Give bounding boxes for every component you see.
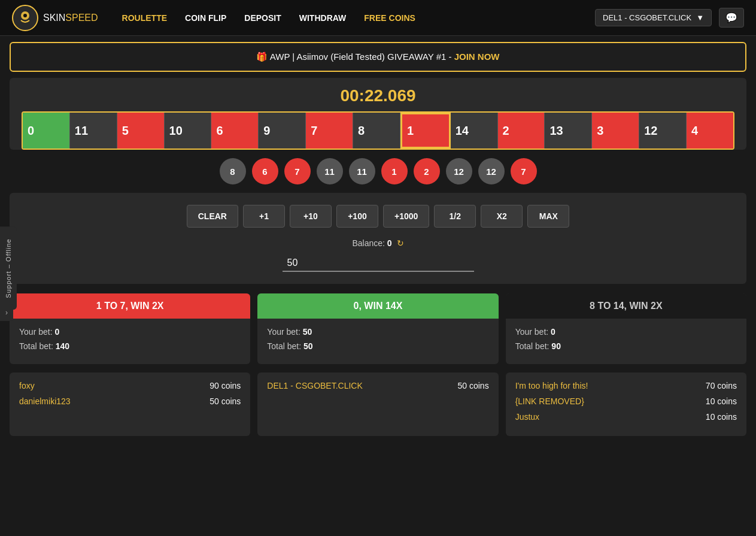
bet-button-plus100[interactable]: +100 (336, 205, 378, 228)
roulette-cell: 5 (117, 113, 165, 149)
nav-withdraw[interactable]: WITHDRAW (299, 13, 347, 23)
total-bet-row: Total bet: 50 (267, 341, 488, 351)
bet-section: CLEAR+1+10+100+10001/2X2MAX Balance: 0 ↻ (10, 193, 746, 284)
your-bet-value: 0 (551, 327, 555, 337)
server-label: DEL1 - CSGOBET.CLICK (603, 13, 691, 22)
your-bet-row: Your bet: 50 (267, 327, 488, 337)
player-coins: 10 coins (706, 396, 737, 406)
your-bet-value: 50 (303, 327, 312, 337)
bet-panel-red: 1 TO 7, WIN 2X Your bet: 0 Total bet: 14… (10, 293, 250, 364)
server-select[interactable]: DEL1 - CSGOBET.CLICK ▼ (595, 9, 712, 26)
bet-panels: 1 TO 7, WIN 2X Your bet: 0 Total bet: 14… (10, 293, 746, 364)
player-name[interactable]: DEL1 - CSGOBET.CLICK (267, 381, 363, 390)
bet-panel-header-dark[interactable]: 8 TO 14, WIN 2X (506, 293, 746, 319)
bet-button-plus1[interactable]: +1 (243, 205, 285, 228)
main-content: 🎁 AWP | Asiimov (Field Tested) GIVEAWAY … (0, 36, 756, 442)
history-ball: 8 (220, 158, 246, 184)
player-name[interactable]: danielmiki123 (19, 396, 71, 406)
balance-value: 0 (387, 238, 392, 248)
history-ball: 12 (446, 158, 472, 184)
bet-panel-green: 0, WIN 14X Your bet: 50 Total bet: 50 (257, 293, 498, 364)
players-panel-dark: I'm too high for this!70 coins{LINK REMO… (506, 373, 746, 436)
nav-freecoins[interactable]: FREE COINS (364, 13, 415, 23)
chat-button[interactable]: 💬 (719, 8, 744, 28)
player-coins: 50 coins (458, 381, 489, 390)
support-arrow[interactable]: › (0, 304, 13, 321)
total-bet-row: Total bet: 90 (515, 341, 737, 351)
refresh-icon[interactable]: ↻ (397, 238, 404, 248)
giveaway-text: 🎁 AWP | Asiimov (Field Tested) GIVEAWAY … (256, 52, 454, 62)
player-row: danielmiki12350 coins (19, 396, 241, 406)
bet-buttons: CLEAR+1+10+100+10001/2X2MAX (28, 205, 728, 228)
total-bet-value: 90 (551, 341, 561, 351)
player-coins: 10 coins (706, 412, 737, 422)
player-name[interactable]: foxy (19, 381, 35, 390)
nav-roulette[interactable]: ROULETTE (122, 13, 167, 23)
balance-row: Balance: 0 ↻ (28, 238, 728, 248)
bet-panel-header-green[interactable]: 0, WIN 14X (257, 293, 498, 319)
timer-section: 00:22.069 01151069781142133124 (10, 78, 746, 150)
bet-button-plus1000[interactable]: +1000 (383, 205, 429, 228)
player-coins: 90 coins (210, 381, 241, 390)
history-ball: 7 (511, 158, 537, 184)
roulette-strip: 01151069781142133124 (22, 111, 734, 150)
roulette-cell: 10 (165, 113, 212, 149)
history-ball: 7 (284, 158, 311, 184)
history-ball: 12 (478, 158, 505, 184)
timer-display: 00:22.069 (22, 86, 734, 105)
history-balls: 86711111212127 (10, 150, 746, 193)
bet-button-plus10[interactable]: +10 (290, 205, 332, 228)
chat-icon: 💬 (725, 13, 737, 23)
bet-input[interactable] (283, 255, 474, 272)
players-panel-red: foxy90 coinsdanielmiki12350 coins (10, 373, 250, 436)
roulette-cell: 1 (400, 113, 451, 149)
nav-right: DEL1 - CSGOBET.CLICK ▼ 💬 (595, 8, 744, 28)
bet-button-clear[interactable]: CLEAR (187, 205, 238, 228)
total-bet-value: 140 (56, 341, 69, 351)
roulette-cell: 13 (545, 113, 592, 149)
player-row: foxy90 coins (19, 381, 241, 390)
nav-deposit[interactable]: DEPOSIT (244, 13, 281, 23)
bet-button-max[interactable]: MAX (527, 205, 569, 228)
support-label: Support – Offline (5, 238, 12, 298)
giveaway-banner[interactable]: 🎁 AWP | Asiimov (Field Tested) GIVEAWAY … (10, 42, 746, 72)
player-row: I'm too high for this!70 coins (515, 381, 737, 390)
player-coins: 70 coins (706, 381, 737, 390)
bet-button-double[interactable]: X2 (481, 205, 523, 228)
bet-input-row (28, 255, 728, 272)
total-bet-row: Total bet: 140 (19, 341, 241, 351)
support-sidebar[interactable]: Support – Offline (0, 226, 17, 310)
roulette-cell: 8 (353, 113, 400, 149)
your-bet-value: 0 (54, 327, 59, 337)
your-bet-row: Your bet: 0 (19, 327, 241, 337)
navbar: SKINSPEED ROULETTE COIN FLIP DEPOSIT WIT… (0, 0, 756, 36)
logo-icon (12, 5, 38, 31)
roulette-cell: 4 (687, 113, 733, 149)
roulette-cell: 12 (639, 113, 687, 149)
players-panel-green: DEL1 - CSGOBET.CLICK50 coins (257, 373, 498, 436)
player-name[interactable]: Justux (515, 412, 539, 422)
svg-point-1 (23, 14, 27, 17)
player-name[interactable]: I'm too high for this! (515, 381, 588, 390)
player-name[interactable]: {LINK REMOVED} (515, 396, 584, 406)
player-coins: 50 coins (210, 396, 241, 406)
nav-coinflip[interactable]: COIN FLIP (185, 13, 226, 23)
bet-button-half[interactable]: 1/2 (434, 205, 476, 228)
roulette-cell: 0 (23, 113, 70, 149)
roulette-cell: 11 (70, 113, 117, 149)
total-bet-value: 50 (303, 341, 313, 351)
roulette-cell: 7 (306, 113, 353, 149)
roulette-cell: 2 (498, 113, 545, 149)
join-now-link[interactable]: JOIN NOW (454, 52, 500, 62)
logo-skin: SKIN (43, 13, 65, 23)
balance-label: Balance: (352, 238, 384, 248)
bet-panel-header-red[interactable]: 1 TO 7, WIN 2X (10, 293, 250, 319)
roulette-cell: 14 (451, 113, 498, 149)
roulette-cell: 6 (211, 113, 259, 149)
history-ball: 11 (349, 158, 375, 184)
chevron-down-icon: ▼ (696, 13, 704, 22)
history-ball: 11 (317, 158, 343, 184)
player-row: Justux10 coins (515, 412, 737, 422)
nav-links: ROULETTE COIN FLIP DEPOSIT WITHDRAW FREE… (122, 13, 595, 23)
roulette-cell: 3 (592, 113, 639, 149)
